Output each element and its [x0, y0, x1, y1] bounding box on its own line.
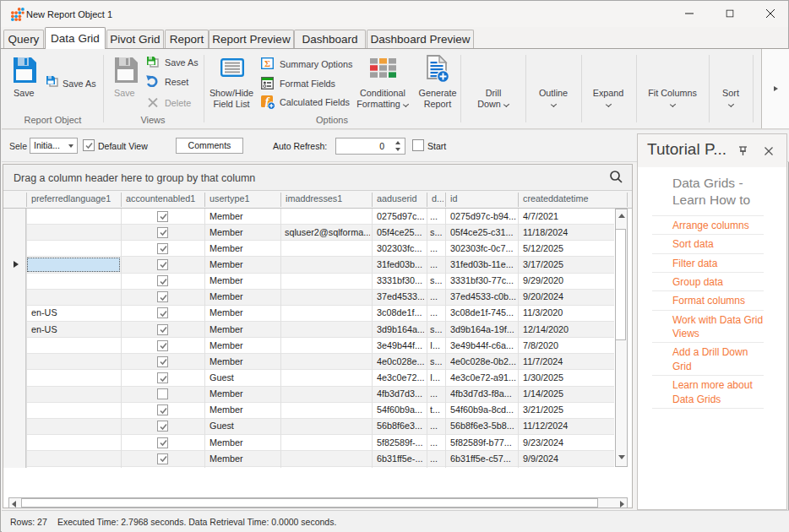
svg-text:Σ: Σ [264, 58, 270, 68]
